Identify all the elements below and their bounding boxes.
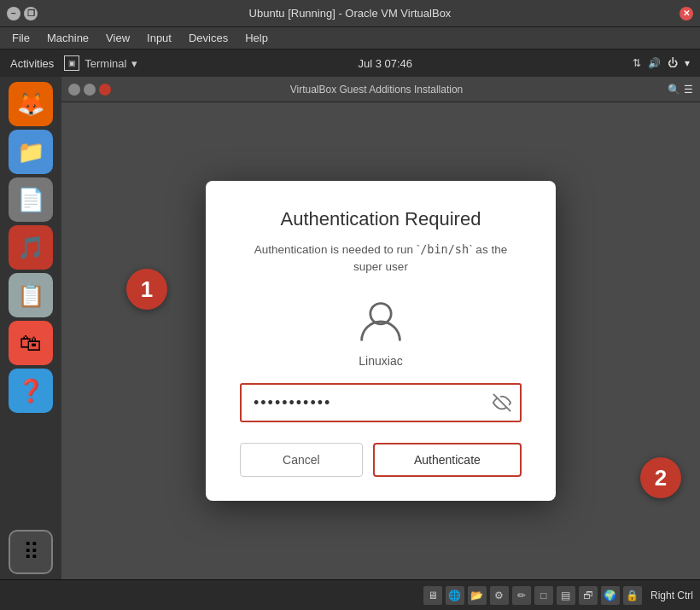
terminal-icon: ▣ — [64, 55, 79, 71]
vbox-inner-close[interactable] — [99, 84, 111, 96]
auth-actions: Cancel Authenticate — [240, 443, 522, 477]
sound-icon: 🔊 — [648, 57, 661, 69]
menu-help[interactable]: Help — [236, 30, 277, 46]
power-icon: ⏻ — [668, 57, 678, 69]
system-menu-arrow: ▾ — [685, 57, 690, 69]
terminal-indicator[interactable]: ▣ Terminal ▾ — [64, 55, 137, 71]
menu-view[interactable]: View — [97, 30, 138, 46]
auth-title: Authentication Required — [281, 208, 481, 230]
taskbar-icon-5[interactable]: ✏ — [512, 586, 531, 605]
vbox-search-icon[interactable]: 🔍 — [668, 84, 680, 96]
taskbar-icon-10[interactable]: 🔒 — [623, 586, 642, 605]
vbox-inner-minimize[interactable] — [68, 84, 80, 96]
auth-username: Linuxiac — [359, 354, 402, 368]
vbox-menu-icon[interactable]: ☰ — [684, 84, 693, 96]
vbox-inner-title-text: VirtualBox Guest Additions Installation — [111, 84, 642, 96]
store-icon[interactable]: 🛍 — [9, 321, 53, 365]
vbox-inner-window: VirtualBox Guest Additions Installation … — [61, 77, 700, 579]
auth-description: Authentication is needed to run `/bin/sh… — [254, 241, 507, 276]
menu-file[interactable]: File — [3, 30, 38, 46]
auth-toggle-visibility-button[interactable] — [493, 393, 511, 412]
music-icon[interactable]: 🎵 — [9, 225, 53, 270]
right-ctrl-label: Right Ctrl — [650, 590, 693, 601]
ubuntu-taskbar: 🖥 🌐 📂 ⚙ ✏ □ ▤ 🗗 🌍 🔒 Right Ctrl — [0, 579, 700, 610]
close-button[interactable]: ✕ — [680, 7, 693, 20]
activities-label[interactable]: Activities — [10, 57, 54, 70]
vbox-content: 1 Authentication Required Authentication… — [61, 102, 700, 579]
vbox-inner-restore[interactable] — [84, 84, 96, 96]
menu-input[interactable]: Input — [138, 30, 180, 46]
taskbar-icon-7[interactable]: ▤ — [557, 586, 575, 605]
step-2-badge: 2 — [640, 457, 681, 498]
auth-dialog: Authentication Required Authentication i… — [206, 181, 556, 502]
cancel-button[interactable]: Cancel — [240, 443, 363, 477]
taskbar-icon-2[interactable]: 🌐 — [446, 586, 464, 605]
vbox-inner-titlebar: VirtualBox Guest Additions Installation … — [61, 77, 700, 102]
files-icon[interactable]: 📁 — [9, 130, 53, 174]
window-title: Ubuntu [Running] - Oracle VM VirtualBox — [58, 7, 642, 20]
notepad-icon[interactable]: 📄 — [9, 177, 53, 222]
taskbar-icon-4[interactable]: ⚙ — [490, 586, 509, 605]
taskbar-icon-3[interactable]: 📂 — [468, 586, 487, 605]
user-avatar — [355, 296, 406, 347]
firefox-icon[interactable]: 🦊 — [9, 82, 53, 126]
taskbar-icon-6[interactable]: □ — [534, 586, 553, 605]
help-icon[interactable]: ❓ — [9, 369, 53, 413]
ubuntu-sidebar: 🦊 📁 📄 🎵 📋 🛍 ❓ ⠿ — [0, 77, 61, 579]
menu-machine[interactable]: Machine — [38, 30, 97, 46]
taskbar-icon-8[interactable]: 🗗 — [579, 586, 598, 605]
auth-password-field[interactable] — [240, 383, 522, 422]
network-icon: ⇅ — [633, 57, 641, 69]
ubuntu-topbar: Activities ▣ Terminal ▾ Jul 3 07:46 ⇅ 🔊 … — [0, 49, 700, 77]
terminal-arrow: ▾ — [131, 57, 137, 70]
system-tray: ⇅ 🔊 ⏻ ▾ — [633, 57, 690, 69]
desktop-area: Activities ▣ Terminal ▾ Jul 3 07:46 ⇅ 🔊 … — [0, 49, 700, 610]
apps-icon[interactable]: ⠿ — [9, 530, 53, 574]
datetime-label: Jul 3 07:46 — [358, 57, 412, 70]
menu-bar: File Machine View Input Devices Help — [0, 27, 700, 49]
docs-icon[interactable]: 📋 — [9, 273, 53, 317]
auth-password-input[interactable] — [242, 385, 520, 421]
user-avatar-icon — [357, 298, 405, 346]
terminal-label: Terminal — [85, 57, 126, 70]
authenticate-button[interactable]: Authenticate — [373, 443, 522, 477]
restore-button[interactable]: ❐ — [24, 7, 38, 20]
taskbar-icon-9[interactable]: 🌍 — [601, 586, 620, 605]
minimize-button[interactable]: − — [7, 7, 20, 20]
step-1-badge: 1 — [126, 269, 167, 310]
menu-devices[interactable]: Devices — [180, 30, 236, 46]
title-bar: − ❐ Ubuntu [Running] - Oracle VM Virtual… — [0, 0, 700, 27]
taskbar-icon-1[interactable]: 🖥 — [423, 586, 442, 605]
